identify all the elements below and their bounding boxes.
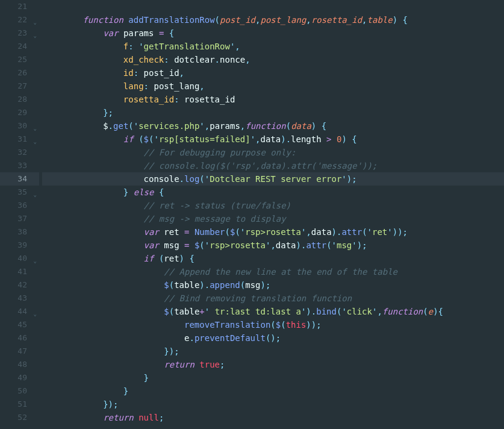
code-line[interactable]: var params = { [42,27,504,40]
line-number[interactable]: 35⌄ [0,186,39,199]
code-line[interactable]: f: 'getTranslationRow', [42,40,504,53]
line-number[interactable]: 33 [0,159,39,172]
line-number[interactable]: 26 [0,66,39,80]
line-number[interactable]: 46 [0,331,39,345]
code-line[interactable]: e.preventDefault(); [42,331,504,345]
fold-chevron-icon[interactable]: ⌄ [31,135,37,141]
line-number[interactable]: 30⌄ [0,119,39,133]
line-number[interactable]: 27 [0,80,39,93]
line-number[interactable]: 25 [0,53,39,66]
code-editor[interactable]: 2122⌄23⌄24252627282930⌄31⌄323334‹›35⌄363… [0,0,504,429]
line-number[interactable]: 24 [0,40,39,53]
line-number[interactable]: 42 [0,278,39,292]
fold-chevron-icon[interactable]: ⌄ [31,307,37,313]
line-number[interactable]: 37 [0,212,39,225]
code-line[interactable]: // For debugging purpose only: [42,146,504,159]
code-line[interactable]: // console.log($('rsp',data).attr('messa… [42,159,504,172]
code-line[interactable]: // msg -> message to display [42,212,504,225]
code-line[interactable]: removeTranslation($(this)); [42,318,504,331]
code-line[interactable]: return null; [42,411,504,424]
line-number[interactable]: 43 [0,292,39,305]
line-number[interactable]: 40⌄ [0,252,39,265]
code-line[interactable]: lang: post_lang, [42,80,504,93]
line-number[interactable]: 39 [0,239,39,252]
code-line[interactable]: } [42,371,504,384]
code-line[interactable]: // Bind removing translation function [42,292,504,305]
fold-chevron-icon[interactable]: ⌄ [31,188,37,194]
fold-chevron-icon[interactable]: ⌄ [31,29,37,35]
code-line[interactable]: // ret -> status (true/false) [42,199,504,212]
code-line[interactable]: if (ret) { [42,252,504,265]
code-line[interactable]: xd_check: dotclear.nonce, [42,53,504,66]
code-line[interactable]: if ($('rsp[status=failed]',data).length … [42,133,504,146]
line-number[interactable]: 51 [0,398,39,411]
line-number[interactable]: 44⌄ [0,305,39,318]
code-line[interactable]: }); [42,345,504,358]
line-number[interactable]: 32 [0,146,39,159]
code-line[interactable]: id: post_id, [42,66,504,80]
line-number[interactable]: 45 [0,318,39,331]
code-line[interactable]: } [42,384,504,398]
code-line[interactable]: console.log('Dotclear REST server error'… [42,172,504,186]
code-line[interactable]: $(table).append(msg); [42,278,504,292]
line-number[interactable]: 28 [0,93,39,106]
line-number[interactable]: 22⌄ [0,13,39,27]
line-number[interactable]: 49 [0,371,39,384]
code-line[interactable]: rosetta_id: rosetta_id [42,93,504,106]
code-line[interactable]: var msg = $('rsp>rosetta',data).attr('ms… [42,239,504,252]
line-number[interactable]: 52 [0,411,39,424]
line-number[interactable]: 23⌄ [0,27,39,40]
line-number[interactable]: 36 [0,199,39,212]
code-line[interactable] [42,0,504,13]
code-line[interactable]: var ret = Number($('rsp>rosetta',data).a… [42,225,504,239]
code-line[interactable]: function addTranslationRow(post_id,post_… [42,13,504,27]
line-number[interactable]: 47 [0,345,39,358]
fold-chevron-icon[interactable]: ⌄ [31,254,37,260]
code-line[interactable]: // Append the new line at the end of the… [42,265,504,278]
fold-chevron-icon[interactable]: ⌄ [31,16,37,22]
code-line[interactable]: }); [42,398,504,411]
line-number[interactable]: 38 [0,225,39,239]
code-line[interactable]: } else { [42,186,504,199]
line-number[interactable]: 41 [0,265,39,278]
line-number[interactable]: 48 [0,358,39,371]
code-line[interactable]: }; [42,106,504,119]
line-number-gutter[interactable]: 2122⌄23⌄24252627282930⌄31⌄323334‹›35⌄363… [0,0,39,429]
line-number[interactable]: 34‹› [0,172,39,186]
code-area[interactable]: function addTranslationRow(post_id,post_… [39,0,504,429]
line-number[interactable]: 29 [0,106,39,119]
line-number[interactable]: 21 [0,0,39,13]
line-number[interactable]: 50 [0,384,39,398]
line-number[interactable]: 31⌄ [0,133,39,146]
code-line[interactable]: $.get('services.php',params,function(dat… [42,119,504,133]
code-line[interactable]: $(table+' tr:last td:last a').bind('clic… [42,305,504,318]
fold-chevron-icon[interactable]: ⌄ [31,122,37,128]
code-line[interactable]: return true; [42,358,504,371]
